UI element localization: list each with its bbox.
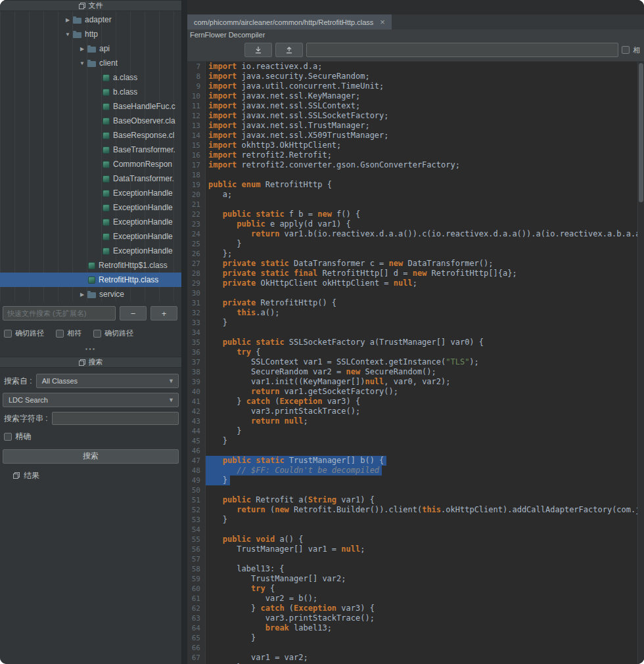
tree-item-api[interactable]: ▶api	[0, 41, 181, 56]
upload-button[interactable]	[275, 43, 303, 57]
tree-item-exceptionhandle[interactable]: ExceptionHandle	[0, 200, 181, 215]
tree-item-a-class[interactable]: a.class	[0, 70, 181, 85]
expand-arrow-icon[interactable]: ▶	[78, 46, 87, 52]
editor-top-strip	[187, 0, 644, 14]
decompiler-label: FernFlower Decompiler	[187, 30, 644, 40]
code-text	[206, 170, 211, 180]
search-button[interactable]: 搜索	[3, 449, 179, 464]
class-icon	[103, 190, 110, 197]
line-number: 32	[187, 308, 206, 318]
search-from-dropdown[interactable]: All Classes ▼	[36, 374, 179, 388]
code-line: 56 TrustManager[] var1 = null;	[187, 544, 637, 554]
code-area[interactable]: 7import io.reactivex.d.a;8import java.se…	[187, 62, 637, 664]
tree-item-exceptionhandle[interactable]: ExceptionHandle	[0, 215, 181, 229]
tree-item-basehandlefuc-c[interactable]: BaseHandleFuc.c	[0, 99, 181, 114]
code-text: } catch (Exception var3) {	[206, 397, 363, 407]
results-label: 结果	[24, 470, 39, 481]
line-number: 45	[187, 436, 206, 446]
search-form: 搜索自 : All Classes ▼ LDC Search ▼ 搜索字符串 :…	[0, 368, 181, 483]
tree-item-label: ExceptionHandle	[113, 217, 173, 227]
decompiler-search-input[interactable]	[306, 43, 618, 57]
code-line: 52 return (new Retrofit.Builder()).clien…	[187, 505, 637, 515]
code-text: public static f b = new f() {	[206, 210, 363, 219]
tree-item-retrofithttp-1-class[interactable]: RetrofitHttp$1.class	[0, 258, 181, 273]
tree-item-baseresponse-cl[interactable]: BaseResponse.cl	[0, 128, 181, 143]
expand-arrow-icon[interactable]: ▶	[63, 17, 72, 23]
class-icon	[103, 204, 110, 211]
expand-arrow-icon[interactable]: ▶	[78, 292, 87, 298]
tab-close-icon[interactable]: ×	[380, 18, 385, 26]
tree-item-retrofithttp-class[interactable]: RetrofitHttp.class	[0, 273, 181, 287]
code-viewport: 7import io.reactivex.d.a;8import java.se…	[187, 62, 644, 664]
exact-path-checkbox-1[interactable]: 确切路径	[4, 328, 44, 338]
line-number: 21	[187, 200, 206, 210]
quick-file-search-input[interactable]	[3, 306, 116, 321]
code-text: try {	[206, 584, 277, 594]
code-text: private RetrofitHttp() {	[206, 298, 339, 308]
code-line: 64 break label13;	[187, 623, 637, 633]
code-line: 13import javax.net.ssl.TrustManager;	[187, 121, 637, 131]
toolbar-match-checkbox[interactable]: 相	[622, 45, 640, 55]
tree-item-service[interactable]: ▶service	[0, 287, 181, 301]
match-checkbox[interactable]: 相符	[56, 328, 81, 338]
tree-item-label: ExceptionHandle	[113, 232, 173, 241]
exact-path-checkbox-2[interactable]: 确切路径	[93, 328, 133, 338]
tree-item-label: DataTransformer.	[113, 174, 174, 183]
line-number: 9	[187, 81, 206, 91]
tree-item-label: ExceptionHandle	[113, 203, 173, 212]
search-mode-dropdown[interactable]: LDC Search ▼	[3, 393, 179, 407]
code-text: public Retrofit a(String var1) {	[206, 495, 377, 505]
decompiler-toolbar: 相	[187, 40, 644, 62]
code-text: this.a();	[206, 308, 282, 318]
code-text: var1 = var2;	[206, 653, 311, 663]
upload-icon	[285, 46, 293, 54]
toolbar-match-label: 相	[633, 45, 640, 55]
code-line: 59 TrustManager[] var2;	[187, 574, 637, 584]
vertical-scrollbar[interactable]	[637, 62, 644, 664]
quick-search-row: − +	[0, 301, 181, 324]
tree-item-http[interactable]: ▼http	[0, 27, 181, 41]
tree-item-exceptionhandle[interactable]: ExceptionHandle	[0, 244, 181, 258]
code-line: 19public enum RetrofitHttp {	[187, 180, 637, 190]
exact-checkbox[interactable]: 精确	[4, 431, 31, 442]
tree-item-exceptionhandle[interactable]: ExceptionHandle	[0, 229, 181, 244]
code-line: 25 }	[187, 239, 637, 249]
code-text: SecureRandom var2 = new SecureRandom();	[206, 367, 439, 377]
code-text: }	[206, 476, 230, 485]
code-line: 26 };	[187, 249, 637, 259]
sidebar-splitter[interactable]	[182, 0, 187, 664]
line-number: 20	[187, 190, 206, 200]
tree-item-commonrespon[interactable]: CommonRespon	[0, 157, 181, 171]
tree-item-baseobserver-cla[interactable]: BaseObserver.cla	[0, 114, 181, 128]
code-text: import okhttp3.OkHttpClient;	[206, 141, 344, 150]
panel-splitter-handle[interactable]: •••	[0, 343, 181, 357]
tab-retrofithttp-class[interactable]: com/phicomm/aircleaner/common/http/Retro…	[187, 14, 392, 30]
expand-all-button[interactable]: +	[150, 306, 177, 321]
file-tree[interactable]: ▶adapter▼http▶api▼clienta.classb.classBa…	[0, 11, 181, 301]
scrollbar-thumb[interactable]	[639, 63, 643, 202]
line-number: 66	[187, 643, 206, 653]
tree-item-adapter[interactable]: ▶adapter	[0, 12, 181, 27]
tree-item-datatransformer[interactable]: DataTransformer.	[0, 171, 181, 186]
tree-item-exceptionhandle[interactable]: ExceptionHandle	[0, 186, 181, 200]
collapse-all-button[interactable]: −	[120, 306, 147, 321]
search-string-input[interactable]	[52, 412, 179, 425]
tree-item-label: b.class	[113, 87, 137, 97]
code-text	[206, 446, 211, 456]
collapse-arrow-icon[interactable]: ▼	[63, 32, 72, 37]
code-line: 15import okhttp3.OkHttpClient;	[187, 141, 637, 150]
tree-item-client[interactable]: ▼client	[0, 56, 181, 70]
checkbox-icon	[93, 330, 101, 338]
code-text: }	[206, 239, 244, 249]
tree-item-basetransformer[interactable]: BaseTransformer.	[0, 143, 181, 157]
checkbox-icon	[4, 330, 12, 338]
download-button[interactable]	[244, 43, 272, 57]
class-icon	[103, 161, 110, 168]
tree-item-label: client	[99, 58, 118, 68]
line-number: 55	[187, 535, 206, 544]
code-line: 22 public static f b = new f() {	[187, 210, 637, 219]
tree-item-label: BaseTransformer.	[113, 145, 175, 154]
code-line: 24 return var1.b(io.reactivex.d.a.a()).c…	[187, 229, 637, 239]
tree-item-b-class[interactable]: b.class	[0, 85, 181, 99]
collapse-arrow-icon[interactable]: ▼	[78, 60, 87, 66]
